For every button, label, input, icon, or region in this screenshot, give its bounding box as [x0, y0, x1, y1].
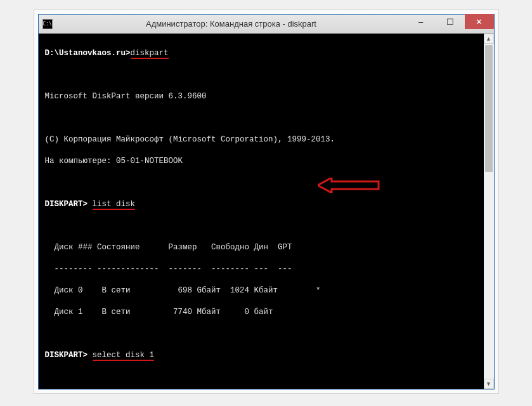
console-output[interactable]: D:\Ustanovkaos.ru>diskpart Microsoft Dis… [39, 34, 494, 389]
console-area: D:\Ustanovkaos.ru>diskpart Microsoft Dis… [39, 34, 494, 389]
titlebar[interactable]: C:\ Администратор: Командная строка - di… [39, 15, 494, 34]
line-computer: На компьютере: 05-01-NOTEBOOK [45, 156, 488, 167]
prompt-path: D:\Ustanovkaos.ru> [45, 49, 131, 58]
scroll-thumb[interactable] [485, 45, 493, 172]
spacer [45, 70, 488, 81]
line-initial-prompt: D:\Ustanovkaos.ru>diskpart [45, 48, 488, 59]
scroll-up-arrow-icon[interactable]: ▲ [484, 34, 494, 44]
window-buttons: – ☐ ✕ [406, 15, 494, 33]
table-header: Диск ### Состояние Размер Свободно Дин G… [45, 242, 488, 253]
annotation-arrow-icon [318, 156, 381, 214]
diskpart-prompt: DISKPART> [45, 351, 93, 360]
vertical-scrollbar[interactable]: ▲ ▼ [484, 34, 494, 389]
cmd-icon: C:\ [42, 19, 53, 29]
table-row-disk1: Диск 1 В сети 7740 Mбайт 0 байт [45, 307, 488, 318]
spacer [45, 329, 488, 339]
line-version: Microsoft DiskPart версии 6.3.9600 [45, 91, 488, 102]
table-row-disk0: Диск 0 В сети 698 Gбайт 1024 Kбайт * [45, 285, 488, 296]
cmd-list-disk: list disk [93, 200, 136, 210]
line-select-disk: DISKPART> select disk 1 [45, 350, 488, 361]
close-button[interactable]: ✕ [465, 14, 494, 29]
spacer [45, 178, 488, 188]
cmd-select-disk: select disk 1 [93, 351, 155, 361]
line-list-disk: DISKPART> list disk [45, 199, 488, 210]
cmd-diskpart: diskpart [131, 49, 169, 59]
spacer [45, 113, 488, 124]
diskpart-prompt: DISKPART> [45, 200, 93, 209]
maximize-button[interactable]: ☐ [436, 14, 465, 29]
scroll-down-arrow-icon[interactable]: ▼ [484, 379, 494, 389]
spacer [45, 221, 488, 232]
table-divider: -------- ------------- ------- -------- … [45, 264, 488, 275]
spacer [45, 372, 488, 383]
screenshot-frame: C:\ Администратор: Командная строка - di… [34, 10, 499, 394]
line-copyright: (C) Корпорация Майкрософт (Microsoft Cor… [45, 134, 488, 145]
svg-marker-0 [318, 178, 379, 193]
cmd-window: C:\ Администратор: Командная строка - di… [38, 14, 495, 390]
minimize-button[interactable]: – [406, 14, 436, 29]
window-title: Администратор: Командная строка - diskpa… [56, 19, 406, 29]
